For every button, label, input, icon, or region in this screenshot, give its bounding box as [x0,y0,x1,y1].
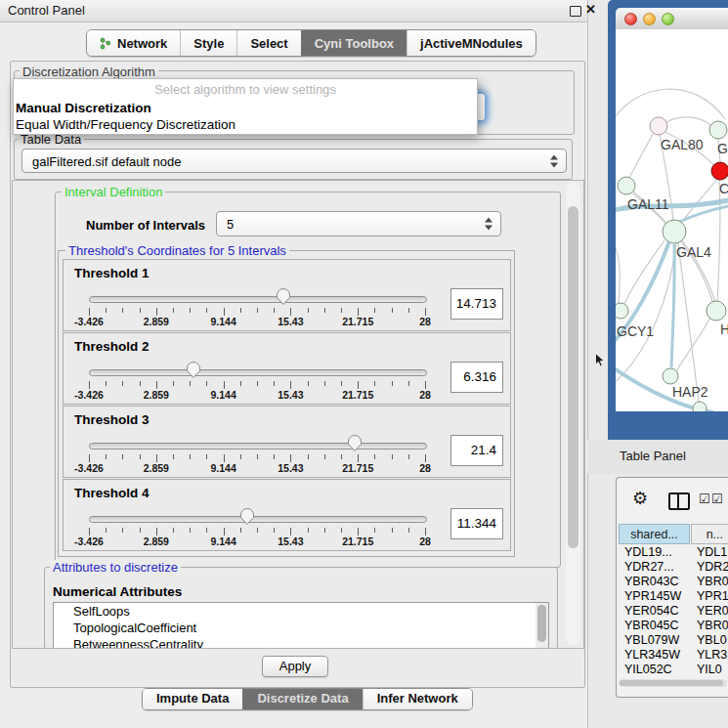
threshold-slider-track[interactable] [89,443,427,450]
list-vertical-scrollbar[interactable] [535,603,548,648]
table-row[interactable]: YBR043CYBR0 [619,575,728,589]
threshold-slider-thumb[interactable] [347,434,363,456]
scrollbar-thumb[interactable] [568,206,578,548]
tab-select[interactable]: Select [236,30,300,56]
table-row[interactable]: YER054CYER0 [619,604,728,619]
network-canvas[interactable]: GAL80GACGAL11GAL4GCY1HHAP2 [616,29,728,411]
checkbox-icon[interactable]: ☑ [699,492,710,506]
tab-jactivemnodules[interactable]: jActiveMNodules [407,30,535,56]
minimize-traffic-light-icon[interactable] [643,13,656,25]
tab-cyni-toolbox[interactable]: Cyni Toolbox [301,30,407,56]
tab-infer-network[interactable]: Infer Network [363,689,472,709]
network-window-titlebar[interactable] [616,8,728,30]
slider-tick [358,308,359,316]
network-node[interactable] [693,402,707,411]
apply-button[interactable]: Apply [262,656,328,677]
tab-discretize-data[interactable]: Discretize Data [242,689,362,709]
settings-vertical-scrollbar[interactable] [566,183,580,645]
network-node[interactable] [707,301,726,321]
threshold-slider-track[interactable] [89,369,427,376]
network-node[interactable] [663,220,686,243]
close-icon[interactable]: ✕ [585,2,596,17]
close-traffic-light-icon[interactable] [624,13,637,25]
table-row[interactable]: YBR045CYBR0 [619,619,728,633]
network-node[interactable] [709,121,727,139]
attribute-list-item[interactable]: BetweennessCentrality [54,636,548,649]
network-node[interactable] [711,162,728,180]
slider-tick [324,454,325,459]
column-header-shared-name[interactable]: shared... [619,524,690,544]
network-node[interactable] [650,117,667,135]
table-cell-name[interactable]: YPR1 [697,589,728,603]
slider-tick [206,381,207,386]
network-node[interactable] [618,177,635,194]
table-cell-shared-name[interactable]: YBR043C [624,575,679,588]
table-row[interactable]: YLR345WYLR3 [619,648,728,663]
tab-impute-data[interactable]: Impute Data [143,689,242,709]
slider-tick [140,308,141,313]
algorithm-placeholder-option: Select algorithm to view settings [14,79,477,100]
table-cell-shared-name[interactable]: YLR345W [624,648,680,662]
table-cell-name[interactable]: YBR0 [697,575,728,588]
table-cell-name[interactable]: YBR0 [697,619,728,632]
column-layout-icon[interactable] [668,492,690,510]
table-cell-shared-name[interactable]: YPR145W [624,589,681,603]
threshold-slider-thumb[interactable] [276,287,291,310]
slider-tick-label: -3.426 [74,535,104,547]
algorithm-option[interactable]: Equal Width/Frequency Discretization [14,116,477,133]
threshold-label: Threshold 3 [74,412,150,427]
slider-tick [89,381,90,389]
network-node[interactable] [616,303,628,319]
threshold-slider-track[interactable] [89,516,427,523]
table-cell-shared-name[interactable]: YER054C [624,604,679,618]
scrollbar-thumb[interactable] [620,680,723,686]
table-cell-shared-name[interactable]: YBL079W [624,633,679,647]
table-cell-shared-name[interactable]: YDR27... [624,560,674,574]
table-cell-name[interactable]: YBL0 [697,633,727,647]
table-cell-shared-name[interactable]: YIL052C [624,663,672,676]
tab-style[interactable]: Style [180,30,236,56]
number-of-intervals-combobox[interactable]: 5 [216,211,501,236]
number-of-intervals-label: Number of Intervals [86,218,205,233]
threshold-slider-track[interactable] [89,296,427,303]
table-row[interactable]: YDR27...YDR2 [619,560,728,575]
table-data-combobox[interactable]: galFiltered.sif default node [21,149,567,173]
threshold-value-input[interactable]: 14.713 [450,288,503,320]
threshold-slider-thumb[interactable] [239,507,255,530]
slider-tick [374,381,375,386]
table-row[interactable]: YBL079WYBL0 [619,633,728,648]
zoom-traffic-light-icon[interactable] [662,13,674,25]
table-cell-name[interactable]: YDL1 [697,545,727,559]
table-row[interactable]: YPR145WYPR1 [619,589,728,604]
threshold-slider-thumb[interactable] [186,361,201,383]
attribute-list-item[interactable]: TopologicalCoefficient [54,620,548,636]
slider-tick-label: 28 [419,535,431,547]
table-cell-name[interactable]: YIL0 [697,663,722,676]
table-horizontal-scrollbar[interactable] [619,679,727,687]
column-header-name[interactable]: n... [691,524,728,544]
threshold-value-input[interactable]: 11.344 [450,508,503,539]
slider-tick-label: 15.43 [278,389,303,401]
threshold-value-input[interactable]: 6.316 [450,362,503,393]
checkbox-icon[interactable]: ☑ [711,492,723,506]
table-row[interactable]: YIL052CYIL0 [619,663,728,677]
tab-network[interactable]: Network [87,30,180,56]
numerical-attributes-label: Numerical Attributes [53,584,182,599]
table-row[interactable]: YDL19...YDL1 [619,545,728,560]
table-cell-name[interactable]: YER0 [697,604,728,618]
gear-icon[interactable]: ⚙ [632,488,648,509]
network-icon [100,37,111,50]
network-node[interactable] [663,368,678,384]
numerical-attributes-list[interactable]: SelfLoopsTopologicalCoefficientBetweenne… [53,602,549,649]
table-cell-name[interactable]: YDR2 [697,560,728,574]
table-cell-shared-name[interactable]: YBR045C [624,619,679,632]
scrollbar-thumb[interactable] [537,605,546,642]
algorithm-option[interactable]: Manual Discretization [14,100,477,116]
attribute-list-item[interactable]: SelfLoops [54,603,548,620]
threshold-value-input[interactable]: 21.4 [450,435,503,466]
slider-tick [206,454,207,459]
slider-tick [408,381,409,386]
table-cell-name[interactable]: YLR3 [697,648,727,662]
float-window-icon[interactable] [570,6,581,17]
table-cell-shared-name[interactable]: YDL19... [624,545,672,559]
